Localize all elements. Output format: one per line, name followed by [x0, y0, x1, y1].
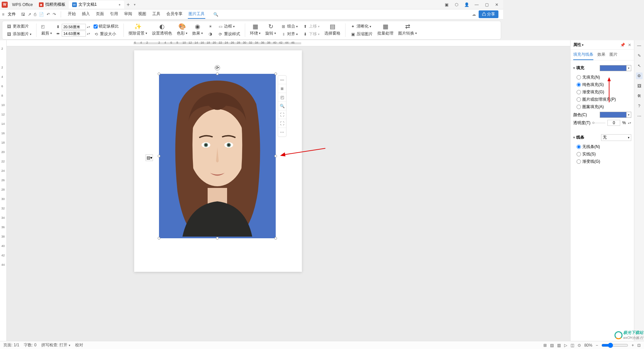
collapse-icon[interactable]: —	[278, 76, 286, 84]
canvas[interactable]: 6422468101214161820222426283032343638404…	[7, 40, 503, 272]
main-area: 2246810121416182022242628303234363840424…	[0, 40, 503, 272]
shadow-button[interactable]: ◑	[206, 31, 214, 37]
cube-icon[interactable]: ⬡	[453, 2, 460, 7]
effect-icon: ◉	[195, 24, 200, 29]
down-icon: ⬇	[303, 32, 308, 37]
portrait-photo	[159, 74, 276, 238]
border-icon: ▭	[218, 24, 223, 29]
file-menu[interactable]: 文件	[6, 11, 18, 17]
cloud-icon[interactable]: ☁	[472, 12, 476, 17]
color-button[interactable]: 色彩▾	[175, 30, 189, 37]
picture-icon: 🖼	[6, 24, 12, 29]
brightness-button[interactable]: ☀	[206, 23, 214, 30]
svg-line-8	[282, 148, 325, 155]
avatar-icon[interactable]: 👤	[464, 2, 470, 7]
move-down-button[interactable]: ⬇下移▾	[301, 31, 321, 38]
tab-tools[interactable]: 工具	[152, 10, 161, 19]
reset-size-button[interactable]: ⟲重设大小	[92, 31, 120, 38]
selected-image[interactable]: ⟳ — ≣ ◰ 🔍 ⛶ ⛶ ⋯ ▤▾	[159, 74, 276, 238]
doc-icon: W	[72, 2, 77, 7]
svg-point-7	[228, 144, 230, 146]
close-button[interactable]: ✕	[494, 2, 500, 7]
more-icon[interactable]: ⋯	[278, 128, 286, 137]
tab-view[interactable]: 视图	[138, 10, 147, 19]
undo-icon[interactable]: ↶	[47, 12, 50, 17]
group-icon: ⊞	[281, 24, 286, 29]
batch-button[interactable]: 批量处理	[376, 30, 395, 37]
menu-right: ☁ 凸分享	[472, 10, 501, 18]
tab-insert[interactable]: 插入	[81, 10, 91, 19]
redo-icon[interactable]: ↷	[53, 12, 56, 17]
new-tab-button[interactable]: +	[124, 2, 132, 8]
reset-icon: ⟲	[94, 32, 99, 37]
select-pane-button[interactable]: 选择窗格	[323, 30, 342, 37]
tab-page[interactable]: 页面	[95, 10, 105, 19]
horizontal-ruler: 6422468101214161820222426283032343638404…	[7, 40, 503, 46]
reset-style-icon: ⟳	[218, 32, 223, 37]
compress-icon: ▣	[350, 32, 356, 37]
fullscreen-icon[interactable]: ⛶	[278, 119, 286, 128]
tab-reference[interactable]: 引用	[109, 10, 119, 19]
effect-button[interactable]: 效果▾	[191, 30, 204, 37]
separator	[61, 11, 61, 17]
document-page: ⟳ — ≣ ◰ 🔍 ⛶ ⛶ ⋯ ▤▾	[134, 50, 302, 272]
fit-icon[interactable]: ⛶	[278, 110, 286, 119]
crop-button[interactable]: 裁剪▾	[40, 30, 53, 37]
remove-bg-icon: ✨	[135, 24, 141, 29]
move-up-button[interactable]: ⬆上移▾	[301, 23, 321, 30]
color-icon: 🎨	[179, 24, 185, 29]
remove-bg-button[interactable]: 抠除背景▾	[127, 30, 149, 37]
layout-options-button[interactable]: ▤▾	[146, 154, 153, 161]
annotation-arrow	[280, 148, 327, 158]
hamburger-icon[interactable]: ≡	[2, 12, 4, 17]
restore-button[interactable]: ▢	[484, 2, 490, 7]
tab-document[interactable]: W 文字文稿1 ●	[69, 1, 124, 9]
ribbon-toolbar: 🖼更改图片 🖼添加图片 ▾ ◰ 裁剪▾ ⬍▴▾ ⬌▴▾ 锁定纵横比 ⟲重设大小 …	[2, 21, 501, 40]
combine-button[interactable]: ⊞组合▾	[279, 23, 299, 30]
vertical-ruler: 2246810121416182022242628303234363840424…	[0, 40, 7, 272]
ribbon-tabs: 开始 插入 页面 引用 审阅 视图 工具 会员专享 图片工具	[67, 10, 205, 19]
lock-ratio-checkbox[interactable]: 锁定纵横比	[92, 23, 120, 30]
transparent-icon: ◐	[159, 24, 165, 29]
minimize-button[interactable]: —	[474, 2, 480, 7]
share-button[interactable]: 凸分享	[479, 10, 498, 18]
tab-picture-tools[interactable]: 图片工具	[188, 10, 205, 19]
export-icon[interactable]: ↗	[28, 12, 31, 17]
height-input[interactable]	[62, 31, 86, 37]
image-float-toolbar: — ≣ ◰ 🔍 ⛶ ⛶ ⋯	[278, 75, 286, 137]
compress-button[interactable]: ▣压缩图片	[349, 31, 374, 38]
width-input[interactable]	[62, 24, 86, 30]
tab-template[interactable]: ◆ 找稻壳模板	[36, 1, 69, 9]
wrap-button[interactable]: 环绕▾	[249, 30, 262, 37]
app-box-icon[interactable]: ▣	[443, 2, 449, 7]
rotate-handle[interactable]: ⟳	[215, 65, 220, 70]
print-icon[interactable]: ⎙	[34, 12, 36, 17]
crop-tool-icon[interactable]: ◰	[278, 93, 286, 102]
search-icon[interactable]: 🔍	[213, 12, 218, 17]
svg-point-4	[205, 144, 207, 146]
reset-style-button[interactable]: ⟳重设样式	[216, 31, 241, 38]
save-icon[interactable]: 🖫	[21, 12, 25, 17]
sharpen-button[interactable]: ✦清晰化▾	[349, 23, 374, 30]
print-preview-icon[interactable]: 📄	[39, 12, 44, 17]
menu-bar: ≡ 文件 🖫 ↗ ⎙ 📄 ↶ ↷ 开始 插入 页面 引用 审阅 视图 工具 会员…	[0, 9, 503, 19]
app-logo: W	[2, 2, 8, 8]
app-name: WPS Office	[9, 2, 36, 7]
align-button[interactable]: ⫴对齐▾	[279, 31, 299, 38]
select-pane-icon: ▤	[330, 24, 335, 29]
svg-marker-9	[280, 152, 285, 156]
rotate-icon: ↻	[268, 24, 273, 29]
tab-review[interactable]: 审阅	[123, 10, 133, 19]
tab-close-icon[interactable]: ●	[118, 3, 120, 6]
add-picture-button[interactable]: 🖼添加图片 ▾	[5, 31, 33, 38]
border-button[interactable]: ▭边框▾	[216, 23, 241, 30]
layout-icon[interactable]: ≣	[278, 84, 286, 93]
tab-start[interactable]: 开始	[67, 10, 76, 19]
change-picture-button[interactable]: 🖼更改图片	[5, 23, 33, 30]
tab-member[interactable]: 会员专享	[166, 10, 183, 19]
rotate-button[interactable]: 旋转▾	[264, 30, 277, 37]
set-transparent-button[interactable]: 设置透明色	[151, 30, 173, 37]
tab-menu-icon[interactable]: ▾	[134, 3, 136, 6]
convert-button[interactable]: 图片转换▾	[397, 30, 418, 37]
zoom-icon[interactable]: 🔍	[278, 102, 286, 110]
